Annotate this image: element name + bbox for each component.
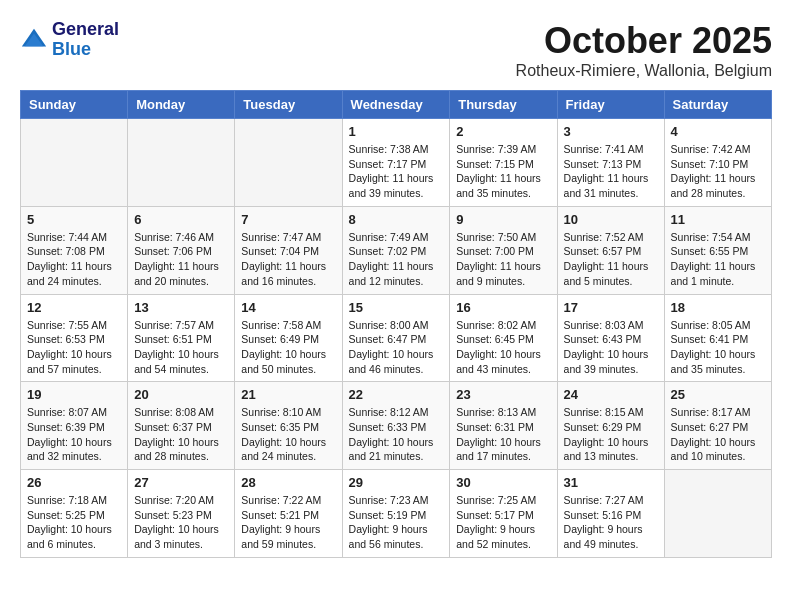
- day-number: 20: [134, 387, 228, 402]
- calendar-cell: 12Sunrise: 7:55 AM Sunset: 6:53 PM Dayli…: [21, 294, 128, 382]
- day-number: 8: [349, 212, 444, 227]
- calendar-header: SundayMondayTuesdayWednesdayThursdayFrid…: [21, 91, 772, 119]
- weekday-header-thursday: Thursday: [450, 91, 557, 119]
- day-info: Sunrise: 7:18 AM Sunset: 5:25 PM Dayligh…: [27, 493, 121, 552]
- day-info: Sunrise: 8:03 AM Sunset: 6:43 PM Dayligh…: [564, 318, 658, 377]
- day-info: Sunrise: 7:22 AM Sunset: 5:21 PM Dayligh…: [241, 493, 335, 552]
- day-info: Sunrise: 7:23 AM Sunset: 5:19 PM Dayligh…: [349, 493, 444, 552]
- day-number: 6: [134, 212, 228, 227]
- calendar-cell: 18Sunrise: 8:05 AM Sunset: 6:41 PM Dayli…: [664, 294, 771, 382]
- logo-icon: [20, 26, 48, 54]
- weekday-header-friday: Friday: [557, 91, 664, 119]
- calendar-cell: 8Sunrise: 7:49 AM Sunset: 7:02 PM Daylig…: [342, 206, 450, 294]
- day-number: 1: [349, 124, 444, 139]
- calendar-cell: 16Sunrise: 8:02 AM Sunset: 6:45 PM Dayli…: [450, 294, 557, 382]
- weekday-header-saturday: Saturday: [664, 91, 771, 119]
- day-number: 3: [564, 124, 658, 139]
- calendar-cell: 6Sunrise: 7:46 AM Sunset: 7:06 PM Daylig…: [128, 206, 235, 294]
- day-info: Sunrise: 7:38 AM Sunset: 7:17 PM Dayligh…: [349, 142, 444, 201]
- day-info: Sunrise: 8:13 AM Sunset: 6:31 PM Dayligh…: [456, 405, 550, 464]
- day-info: Sunrise: 7:50 AM Sunset: 7:00 PM Dayligh…: [456, 230, 550, 289]
- calendar-cell: 29Sunrise: 7:23 AM Sunset: 5:19 PM Dayli…: [342, 470, 450, 558]
- calendar-cell: 30Sunrise: 7:25 AM Sunset: 5:17 PM Dayli…: [450, 470, 557, 558]
- title-section: October 2025 Rotheux-Rimiere, Wallonia, …: [516, 20, 772, 80]
- calendar-cell: 24Sunrise: 8:15 AM Sunset: 6:29 PM Dayli…: [557, 382, 664, 470]
- day-info: Sunrise: 8:07 AM Sunset: 6:39 PM Dayligh…: [27, 405, 121, 464]
- day-number: 4: [671, 124, 765, 139]
- day-info: Sunrise: 7:42 AM Sunset: 7:10 PM Dayligh…: [671, 142, 765, 201]
- day-info: Sunrise: 7:49 AM Sunset: 7:02 PM Dayligh…: [349, 230, 444, 289]
- day-number: 5: [27, 212, 121, 227]
- day-number: 31: [564, 475, 658, 490]
- header: General Blue October 2025 Rotheux-Rimier…: [20, 20, 772, 80]
- day-info: Sunrise: 7:52 AM Sunset: 6:57 PM Dayligh…: [564, 230, 658, 289]
- calendar-cell: 4Sunrise: 7:42 AM Sunset: 7:10 PM Daylig…: [664, 119, 771, 207]
- calendar-cell: 1Sunrise: 7:38 AM Sunset: 7:17 PM Daylig…: [342, 119, 450, 207]
- day-info: Sunrise: 7:54 AM Sunset: 6:55 PM Dayligh…: [671, 230, 765, 289]
- weekday-header-sunday: Sunday: [21, 91, 128, 119]
- day-info: Sunrise: 8:05 AM Sunset: 6:41 PM Dayligh…: [671, 318, 765, 377]
- weekday-header-wednesday: Wednesday: [342, 91, 450, 119]
- day-number: 27: [134, 475, 228, 490]
- day-info: Sunrise: 8:12 AM Sunset: 6:33 PM Dayligh…: [349, 405, 444, 464]
- day-number: 15: [349, 300, 444, 315]
- day-number: 13: [134, 300, 228, 315]
- day-info: Sunrise: 7:55 AM Sunset: 6:53 PM Dayligh…: [27, 318, 121, 377]
- day-info: Sunrise: 7:41 AM Sunset: 7:13 PM Dayligh…: [564, 142, 658, 201]
- month-title: October 2025: [516, 20, 772, 62]
- calendar-cell: 13Sunrise: 7:57 AM Sunset: 6:51 PM Dayli…: [128, 294, 235, 382]
- calendar-cell: [664, 470, 771, 558]
- day-number: 28: [241, 475, 335, 490]
- day-info: Sunrise: 7:44 AM Sunset: 7:08 PM Dayligh…: [27, 230, 121, 289]
- calendar-cell: 22Sunrise: 8:12 AM Sunset: 6:33 PM Dayli…: [342, 382, 450, 470]
- logo-text-general: General: [52, 20, 119, 40]
- location-title: Rotheux-Rimiere, Wallonia, Belgium: [516, 62, 772, 80]
- day-number: 30: [456, 475, 550, 490]
- calendar-cell: 21Sunrise: 8:10 AM Sunset: 6:35 PM Dayli…: [235, 382, 342, 470]
- weekday-header-monday: Monday: [128, 91, 235, 119]
- day-info: Sunrise: 7:25 AM Sunset: 5:17 PM Dayligh…: [456, 493, 550, 552]
- week-row-4: 19Sunrise: 8:07 AM Sunset: 6:39 PM Dayli…: [21, 382, 772, 470]
- day-number: 29: [349, 475, 444, 490]
- logo: General Blue: [20, 20, 119, 60]
- calendar: SundayMondayTuesdayWednesdayThursdayFrid…: [20, 90, 772, 558]
- day-number: 2: [456, 124, 550, 139]
- day-number: 22: [349, 387, 444, 402]
- day-number: 19: [27, 387, 121, 402]
- day-info: Sunrise: 7:58 AM Sunset: 6:49 PM Dayligh…: [241, 318, 335, 377]
- calendar-cell: 31Sunrise: 7:27 AM Sunset: 5:16 PM Dayli…: [557, 470, 664, 558]
- calendar-cell: 23Sunrise: 8:13 AM Sunset: 6:31 PM Dayli…: [450, 382, 557, 470]
- day-info: Sunrise: 7:39 AM Sunset: 7:15 PM Dayligh…: [456, 142, 550, 201]
- day-number: 25: [671, 387, 765, 402]
- day-number: 14: [241, 300, 335, 315]
- logo-text-blue: Blue: [52, 40, 119, 60]
- weekday-header-tuesday: Tuesday: [235, 91, 342, 119]
- calendar-cell: 2Sunrise: 7:39 AM Sunset: 7:15 PM Daylig…: [450, 119, 557, 207]
- day-number: 12: [27, 300, 121, 315]
- calendar-cell: 20Sunrise: 8:08 AM Sunset: 6:37 PM Dayli…: [128, 382, 235, 470]
- day-info: Sunrise: 8:10 AM Sunset: 6:35 PM Dayligh…: [241, 405, 335, 464]
- day-info: Sunrise: 8:08 AM Sunset: 6:37 PM Dayligh…: [134, 405, 228, 464]
- calendar-cell: [21, 119, 128, 207]
- day-number: 16: [456, 300, 550, 315]
- calendar-cell: 25Sunrise: 8:17 AM Sunset: 6:27 PM Dayli…: [664, 382, 771, 470]
- calendar-cell: 5Sunrise: 7:44 AM Sunset: 7:08 PM Daylig…: [21, 206, 128, 294]
- day-info: Sunrise: 7:47 AM Sunset: 7:04 PM Dayligh…: [241, 230, 335, 289]
- day-info: Sunrise: 8:00 AM Sunset: 6:47 PM Dayligh…: [349, 318, 444, 377]
- calendar-cell: 7Sunrise: 7:47 AM Sunset: 7:04 PM Daylig…: [235, 206, 342, 294]
- calendar-cell: 3Sunrise: 7:41 AM Sunset: 7:13 PM Daylig…: [557, 119, 664, 207]
- calendar-cell: 28Sunrise: 7:22 AM Sunset: 5:21 PM Dayli…: [235, 470, 342, 558]
- day-info: Sunrise: 7:20 AM Sunset: 5:23 PM Dayligh…: [134, 493, 228, 552]
- day-number: 21: [241, 387, 335, 402]
- week-row-5: 26Sunrise: 7:18 AM Sunset: 5:25 PM Dayli…: [21, 470, 772, 558]
- day-number: 10: [564, 212, 658, 227]
- calendar-cell: [235, 119, 342, 207]
- calendar-cell: [128, 119, 235, 207]
- calendar-cell: 11Sunrise: 7:54 AM Sunset: 6:55 PM Dayli…: [664, 206, 771, 294]
- day-info: Sunrise: 8:02 AM Sunset: 6:45 PM Dayligh…: [456, 318, 550, 377]
- day-info: Sunrise: 8:15 AM Sunset: 6:29 PM Dayligh…: [564, 405, 658, 464]
- day-info: Sunrise: 7:46 AM Sunset: 7:06 PM Dayligh…: [134, 230, 228, 289]
- calendar-cell: 15Sunrise: 8:00 AM Sunset: 6:47 PM Dayli…: [342, 294, 450, 382]
- calendar-cell: 17Sunrise: 8:03 AM Sunset: 6:43 PM Dayli…: [557, 294, 664, 382]
- day-info: Sunrise: 7:27 AM Sunset: 5:16 PM Dayligh…: [564, 493, 658, 552]
